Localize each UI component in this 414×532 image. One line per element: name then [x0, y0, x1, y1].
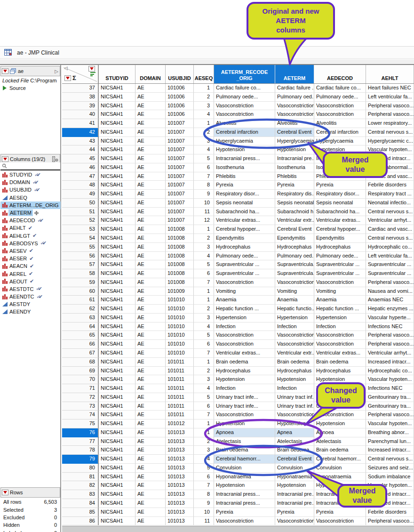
table-cell[interactable]: Supraventricular ...	[366, 260, 414, 269]
table-cell[interactable]: 11	[194, 208, 214, 217]
row-number-cell[interactable]: 82	[62, 481, 99, 490]
table-cell[interactable]: NICSAH1	[99, 331, 135, 340]
table-cell[interactable]: 101008	[166, 252, 194, 261]
table-cell[interactable]: NICSAH1	[99, 499, 135, 508]
table-cell[interactable]: Heart failures NEC	[366, 84, 414, 93]
table-cell[interactable]: NICSAH1	[99, 252, 135, 261]
table-cell[interactable]: Hyponatraemia	[314, 473, 366, 482]
row-number-cell[interactable]: 73	[62, 402, 99, 411]
row-number-cell[interactable]: 52	[62, 216, 99, 225]
table-cell[interactable]: Peripheral vasoco...	[366, 331, 414, 340]
table-cell[interactable]: 6	[194, 163, 214, 172]
table-cell[interactable]: 101008	[166, 269, 194, 278]
table-cell[interactable]: Infection	[275, 322, 314, 331]
row-number-cell[interactable]: 39	[62, 102, 99, 111]
table-cell[interactable]: AE	[135, 119, 166, 128]
table-cell[interactable]: Cerebral hypoper...	[214, 225, 275, 234]
table-cell[interactable]: Brain oedema	[275, 358, 314, 367]
table-cell[interactable]: Vasoconstriction	[314, 102, 366, 111]
table-cell[interactable]: Supraventricular ...	[214, 260, 275, 269]
table-cell[interactable]: NICSAH1	[99, 278, 135, 287]
table-cell[interactable]: AE	[135, 296, 166, 305]
table-cell[interactable]: AE	[135, 287, 166, 296]
table-cell[interactable]: 101011	[166, 375, 194, 384]
column-list-item-AETERM[interactable]: AETERM	[0, 209, 61, 217]
table-cell[interactable]: Vasoconstriction	[314, 340, 366, 349]
table-cell[interactable]: AE	[135, 393, 166, 402]
table-cell[interactable]: Hypotension	[275, 419, 314, 428]
table-cell[interactable]: AE	[135, 331, 166, 340]
table-cell[interactable]: 101011	[166, 358, 194, 367]
table-cell[interactable]: 101012	[166, 419, 194, 428]
row-number-cell[interactable]: 62	[62, 305, 99, 314]
row-number-cell[interactable]: 78	[62, 446, 99, 455]
row-number-cell[interactable]: 37	[62, 84, 99, 93]
table-cell[interactable]: Pulmonary oede...	[314, 93, 366, 102]
table-cell[interactable]: Urinary tract inf...	[275, 402, 314, 411]
table-cell[interactable]: Genitourinary tra...	[366, 393, 414, 402]
table-cell[interactable]: Brain oedema	[214, 446, 275, 455]
row-number-cell[interactable]: 85	[62, 508, 99, 517]
table-cell[interactable]: 101007	[166, 216, 194, 225]
table-cell[interactable]: AE	[135, 110, 166, 119]
table-cell[interactable]: Ventricular extr...	[275, 216, 314, 225]
table-cell[interactable]: NICSAH1	[99, 473, 135, 482]
table-cell[interactable]: Hepatic functio...	[275, 305, 314, 314]
table-cell[interactable]: AE	[135, 428, 166, 437]
table-cell[interactable]: 5	[194, 331, 214, 340]
column-list-item-AEENDY[interactable]: AEENDY	[0, 308, 61, 315]
table-cell[interactable]: AE	[135, 172, 166, 181]
row-number-cell[interactable]: 47	[62, 172, 99, 181]
table-cell[interactable]: AE	[135, 199, 166, 208]
table-cell[interactable]: Hypotension	[214, 375, 275, 384]
table-cell[interactable]: NICSAH1	[99, 296, 135, 305]
table-cell[interactable]: Hepatic function ...	[314, 305, 366, 314]
table-cell[interactable]: Vasoconstriction	[275, 517, 314, 526]
rows-stat-labeled[interactable]: Labeled0	[0, 529, 60, 532]
row-number-cell[interactable]: 72	[62, 393, 99, 402]
table-cell[interactable]: Cardiac and vasc...	[366, 225, 414, 234]
row-number-cell[interactable]: 56	[62, 252, 99, 261]
table-cell[interactable]: NICSAH1	[99, 375, 135, 384]
column-list-item-AEHLT[interactable]: AEHLT✔	[0, 224, 61, 232]
table-cell[interactable]: Apnoea	[314, 428, 366, 437]
table-cell[interactable]: Nausea and vomi...	[366, 287, 414, 296]
table-cell[interactable]: 1	[194, 296, 214, 305]
table-cell[interactable]: NICSAH1	[99, 163, 135, 172]
table-cell[interactable]: Intracranial press...	[214, 154, 275, 163]
row-number-cell[interactable]: 53	[62, 225, 99, 234]
table-cell[interactable]: Cerebral hypoper...	[314, 225, 366, 234]
table-cell[interactable]: AE	[135, 411, 166, 419]
table-cell[interactable]: Hypertension	[275, 314, 314, 322]
table-cell[interactable]: Pulmonary oed...	[275, 93, 314, 102]
row-number-cell[interactable]: 67	[62, 349, 99, 358]
column-list-item-DOMAIN[interactable]: DOMAIN✔✔	[0, 178, 61, 186]
table-cell[interactable]: Cardiac failure ...	[275, 84, 314, 93]
column-list-item-AEACN[interactable]: AEACN✔	[0, 262, 61, 270]
table-cell[interactable]: Ventricular extr...	[275, 349, 314, 358]
table-cell[interactable]: 3	[194, 314, 214, 322]
table-cell[interactable]: Infection	[314, 322, 366, 331]
table-cell[interactable]: NICSAH1	[99, 269, 135, 278]
row-number-cell[interactable]: 75	[62, 419, 99, 428]
row-number-cell[interactable]: 58	[62, 269, 99, 278]
table-cell[interactable]: 6	[194, 473, 214, 482]
table-cell[interactable]: 101006	[166, 110, 194, 119]
table-cell[interactable]: AE	[135, 305, 166, 314]
table-cell[interactable]: AE	[135, 340, 166, 349]
table-cell[interactable]: Peripheral vasoco...	[366, 340, 414, 349]
table-cell[interactable]: Cerebral Event	[275, 225, 314, 234]
table-cell[interactable]: NICSAH1	[99, 84, 135, 93]
row-number-cell[interactable]: 74	[62, 411, 99, 419]
table-cell[interactable]: Apnoea	[214, 428, 275, 437]
table-cell[interactable]: Central nervous s...	[366, 455, 414, 464]
row-number-cell[interactable]: 51	[62, 208, 99, 217]
row-number-cell[interactable]: 50	[62, 199, 99, 208]
table-cell[interactable]: AE	[135, 375, 166, 384]
row-number-cell[interactable]: 84	[62, 499, 99, 508]
table-cell[interactable]: 1	[194, 84, 214, 93]
table-cell[interactable]: 101013	[166, 490, 194, 499]
table-cell[interactable]: NICSAH1	[99, 314, 135, 322]
table-cell[interactable]: AE	[135, 260, 166, 269]
table-cell[interactable]: Respiratory disor...	[214, 190, 275, 199]
